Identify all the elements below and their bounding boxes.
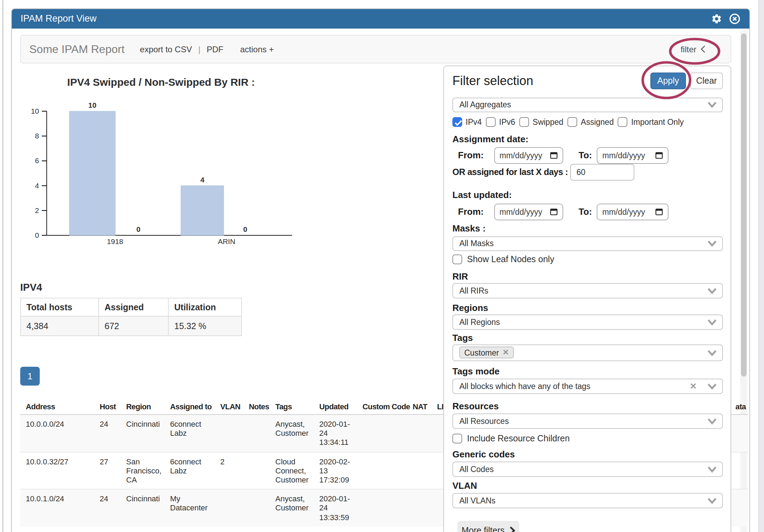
more-filters-button[interactable]: More filters — [457, 521, 519, 532]
regions-label: Regions — [452, 302, 488, 313]
modal-title: IPAM Report View — [12, 14, 97, 24]
summary-value: 672 — [99, 316, 168, 336]
clear-button[interactable]: Clear — [690, 73, 723, 89]
tags-label: Tags — [452, 332, 473, 343]
close-icon[interactable] — [729, 13, 740, 24]
chevron-down-icon — [707, 319, 716, 326]
chevron-down-icon — [707, 418, 716, 425]
vlan-label: VLAN — [452, 480, 477, 491]
assigned-checkbox[interactable]: Assigned — [567, 117, 614, 127]
resources-select[interactable]: All Resources — [452, 413, 723, 428]
svg-text:6: 6 — [35, 157, 39, 165]
svg-text:2: 2 — [35, 206, 39, 214]
chevron-left-icon — [701, 45, 705, 53]
masks-label: Masks : — [452, 223, 486, 233]
updated-from-date-input[interactable]: mm/dd/yyyy — [494, 204, 563, 220]
screen: IPAM Report View Some IPAM Report export… — [0, 0, 764, 532]
or-days-label: OR assigned for last X days : — [452, 167, 568, 177]
summary-col-header: Utilization — [168, 298, 242, 316]
swipped-checkbox[interactable]: Swipped — [519, 117, 563, 127]
x-label-arin: ARIN — [218, 237, 235, 245]
to-label: To: — [579, 206, 592, 217]
chevron-down-icon — [707, 350, 716, 356]
bar-arin-swipped — [181, 186, 224, 235]
page-1-button[interactable]: 1 — [20, 367, 40, 386]
to-label: To: — [579, 150, 592, 160]
chevron-right-icon — [510, 526, 515, 532]
generic-codes-select[interactable]: All Codes — [452, 462, 723, 477]
bar-value-label: 10 — [88, 101, 96, 109]
summary-value: 15.32 % — [168, 316, 242, 336]
assignment-date-label: Assignment date: — [452, 134, 528, 144]
filter-toggle-label: filter — [681, 44, 696, 54]
rir-label: RIR — [452, 271, 468, 281]
clear-select-icon[interactable]: ✕ — [690, 381, 697, 391]
calendar-icon — [550, 208, 558, 216]
aggregates-select[interactable]: All Aggregates — [452, 97, 723, 112]
svg-text:10: 10 — [31, 107, 39, 115]
include-resource-children-checkbox[interactable]: Include Resource Children — [452, 434, 570, 443]
chevron-down-icon — [707, 498, 716, 504]
divider: | — [198, 44, 200, 54]
leaf-nodes-checkbox[interactable]: Show Leaf Nodes only — [452, 254, 554, 264]
x-label-1918: 1918 — [107, 237, 123, 245]
summary-value: 4,384 — [21, 316, 99, 336]
generic-codes-label: Generic codes — [452, 449, 515, 459]
regions-select[interactable]: All Regions — [452, 314, 723, 329]
calendar-icon — [655, 152, 663, 159]
or-days-input[interactable]: 60 — [570, 164, 634, 180]
assignment-to-date-input[interactable]: mm/dd/yyyy — [597, 147, 668, 164]
ipv6-checkbox[interactable]: IPv6 — [486, 117, 515, 127]
actions-menu[interactable]: actions + — [240, 44, 274, 54]
masks-select[interactable]: All Masks — [452, 236, 723, 251]
rir-select[interactable]: All RIRs — [452, 283, 723, 298]
vlan-select[interactable]: All VLANs — [452, 493, 723, 508]
last-updated-label: Last updated: — [452, 189, 512, 200]
bar-value-label: 0 — [136, 225, 140, 233]
updated-to-date-input[interactable]: mm/dd/yyyy — [597, 204, 668, 220]
report-title: Some IPAM Report — [29, 43, 124, 55]
bar-1918-swipped — [69, 111, 115, 235]
remove-tag-icon[interactable]: ✕ — [503, 348, 509, 357]
type-checkboxes: IPv4 IPv6 Swipped Assigned Important Onl… — [452, 117, 684, 127]
gear-icon[interactable] — [711, 13, 722, 24]
tags-select[interactable]: Customer✕ — [452, 344, 723, 361]
resources-label: Resources — [452, 401, 499, 411]
ipv4-checkbox[interactable]: IPv4 — [452, 117, 482, 127]
report-toolbar: Some IPAM Report export to CSV | PDF act… — [20, 35, 731, 63]
chevron-down-icon — [707, 241, 716, 247]
ipv4-heading: IPV4 — [20, 282, 42, 293]
svg-text:8: 8 — [35, 132, 39, 140]
bar-chart: IPV4 Swipped / Non-Swipped By RIR : 0 2 … — [20, 67, 320, 259]
page-background-strip — [758, 0, 764, 532]
important-only-checkbox[interactable]: Important Only — [618, 117, 684, 127]
chart-title: IPV4 Swipped / Non-Swipped By RIR : — [67, 76, 255, 88]
ipv4-summary-table: Total hosts Assigned Utilization 4,384 6… — [20, 298, 242, 336]
tag-chip-customer[interactable]: Customer✕ — [459, 347, 514, 359]
apply-button[interactable]: Apply — [650, 73, 686, 89]
aggregates-value: All Aggregates — [459, 101, 511, 109]
scrollbar-thumb[interactable] — [741, 33, 746, 377]
svg-text:4: 4 — [35, 182, 39, 190]
calendar-icon — [550, 152, 558, 159]
export-pdf-link[interactable]: PDF — [207, 44, 223, 54]
summary-col-header: Assigned — [99, 298, 168, 316]
chevron-down-icon — [707, 466, 716, 473]
assignment-from-date-input[interactable]: mm/dd/yyyy — [494, 147, 563, 164]
filter-panel: Filter selection Apply Clear All Aggrega… — [443, 66, 731, 532]
bar-value-label: 4 — [200, 176, 205, 184]
calendar-icon — [655, 208, 663, 216]
modal-titlebar: IPAM Report View — [12, 9, 749, 29]
chevron-down-icon — [707, 288, 716, 294]
tags-mode-label: Tags mode — [452, 366, 499, 377]
bar-value-label: 0 — [243, 225, 247, 233]
filter-toggle[interactable]: filter — [681, 35, 705, 63]
chevron-down-icon — [707, 383, 716, 390]
export-csv-link[interactable]: export to CSV — [140, 44, 192, 54]
tags-mode-select[interactable]: All blocks which have any of the tags ✕ — [452, 379, 723, 394]
from-label: From: — [458, 206, 484, 217]
from-label: From: — [458, 150, 484, 160]
window-left-edge — [2, 0, 3, 532]
filter-panel-heading: Filter selection — [452, 74, 533, 89]
chevron-down-icon — [707, 102, 716, 108]
